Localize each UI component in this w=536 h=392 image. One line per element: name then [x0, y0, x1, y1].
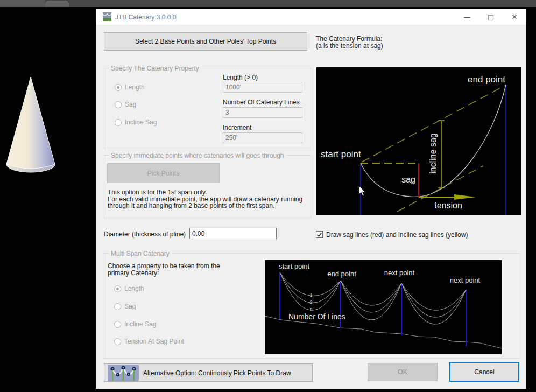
- immediate-points-note: This option is for the 1st span only. Fo…: [108, 189, 304, 209]
- tension-label: tension: [434, 201, 462, 210]
- close-button[interactable]: ✕: [503, 9, 526, 25]
- radio-sag[interactable]: Sag: [115, 101, 136, 108]
- sag-lines-checkbox[interactable]: [316, 231, 323, 238]
- app-tab: [45, 1, 69, 7]
- ms-radio-length[interactable]: Length: [114, 285, 144, 292]
- start-point-label: start point: [321, 149, 361, 159]
- radio-icon: [114, 285, 121, 292]
- ms-next-point1-label: next point: [384, 269, 415, 277]
- line-1-label: 1: [309, 292, 312, 298]
- minimize-button[interactable]: —: [455, 9, 479, 25]
- group-title: Specify The Catenary Property: [109, 65, 201, 72]
- ms-radio-tension[interactable]: Tension At Sag Point: [114, 338, 184, 345]
- cancel-button[interactable]: Cancel: [449, 362, 519, 382]
- lines-input[interactable]: [223, 107, 302, 118]
- group-title: Multi Span Catenary: [109, 250, 172, 257]
- length-input[interactable]: [223, 82, 302, 93]
- mouse-cursor: [358, 185, 366, 197]
- radio-icon: [114, 321, 121, 328]
- multi-span-caption: Choose a property to be taken from the p…: [108, 263, 220, 277]
- ms-next-point2-label: next point: [450, 276, 481, 284]
- catenary-thumbnail-icon: [108, 365, 139, 381]
- increment-field-label: Increment: [223, 124, 251, 131]
- alternative-option-label: Alternative Option: Continously Pick Poi…: [143, 369, 291, 377]
- line-n-label: n: [309, 306, 312, 312]
- radio-icon: [114, 338, 121, 345]
- end-point-label: end point: [468, 74, 505, 85]
- length-field-label: Length (> 0): [223, 74, 258, 81]
- radio-length[interactable]: Length: [115, 83, 145, 91]
- app-icon: [103, 12, 111, 21]
- sag-lines-checkbox-label: Draw sag lines (red) and incline sag lin…: [326, 231, 468, 239]
- note-line1: This option is for the 1st span only.: [108, 189, 304, 196]
- ms-end-point-label: end point: [327, 270, 356, 278]
- diameter-label: Diameter (thickness of pline): [104, 230, 186, 238]
- ms-start-point-label: start point: [279, 262, 309, 270]
- sag-label: sag: [401, 175, 415, 184]
- radio-icon: [115, 101, 122, 108]
- increment-input[interactable]: [223, 132, 302, 143]
- note-line3: through it and hanging from 2 base point…: [108, 202, 304, 209]
- lines-field-label: Number Of Catenary Lines: [223, 99, 300, 106]
- ms-radio-sag[interactable]: Sag: [114, 303, 136, 310]
- multi-span-diagram: start point end point next point next po…: [265, 260, 502, 354]
- check-icon: [316, 232, 322, 237]
- radio-icon: [114, 303, 121, 310]
- radio-icon: [115, 84, 122, 91]
- select-base-points-button[interactable]: Select 2 Base Points and Other Poles' To…: [104, 32, 307, 51]
- window-title: JTB Catenary 3.0.0.0: [115, 13, 176, 21]
- ok-button[interactable]: OK: [368, 363, 438, 381]
- formula-note-line2: (a is the tension at sag): [316, 43, 383, 50]
- formula-note: The Catenary Formula: (a is the tension …: [316, 36, 383, 50]
- number-of-lines-label: Number Of Lines: [288, 312, 345, 321]
- group-title: Specify immediate points where catenarie…: [109, 152, 286, 159]
- incline-sag-label: incline sag: [428, 133, 438, 174]
- dialog-titlebar: JTB Catenary 3.0.0.0 — □ ✕: [96, 9, 526, 25]
- line-2-label: 2: [309, 299, 312, 305]
- pick-points-button[interactable]: Pick Points: [107, 163, 220, 183]
- alternative-option-button[interactable]: Alternative Option: Continously Pick Poi…: [104, 363, 313, 382]
- jtb-catenary-dialog: JTB Catenary 3.0.0.0 — □ ✕ Select 2 Base…: [96, 9, 526, 389]
- top-bar-segment: [0, 0, 45, 7]
- 3d-cone-object: [4, 74, 61, 179]
- radio-incline-sag[interactable]: Incline Sag: [115, 118, 157, 126]
- formula-diagram: end point start point sag incline sag te…: [316, 67, 521, 215]
- maximize-button[interactable]: □: [479, 9, 503, 25]
- tension-arrow-head: [454, 194, 476, 200]
- ms-radio-incline-sag[interactable]: Incline Sag: [114, 320, 156, 328]
- caption-line2: primary Catenary:: [108, 270, 220, 277]
- diameter-input[interactable]: [189, 228, 277, 239]
- radio-icon: [115, 119, 122, 126]
- desktop-top-bar: [0, 0, 536, 7]
